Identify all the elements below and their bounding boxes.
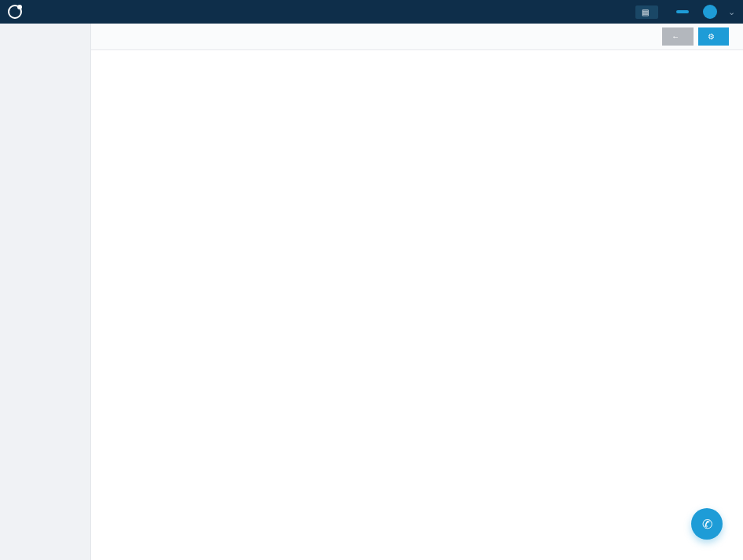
page-header: ← ⚙ [91, 24, 743, 50]
brand-logo[interactable] [8, 5, 25, 19]
balance-pill[interactable] [676, 10, 689, 13]
chevron-down-icon[interactable]: ⌄ [728, 7, 735, 17]
app-body: ← ⚙ ✆ [0, 24, 743, 560]
chat-icon: ▤ [642, 8, 649, 16]
phone-icon: ✆ [702, 517, 712, 532]
dial-fab[interactable]: ✆ [691, 508, 723, 540]
brand-icon [8, 5, 22, 19]
page-sub-header [91, 50, 743, 64]
main-panel: ← ⚙ ✆ [91, 24, 743, 560]
avatar[interactable] [703, 5, 717, 19]
sidebar [0, 24, 91, 560]
settings-button[interactable]: ⚙ [698, 27, 729, 46]
back-to-all-button[interactable]: ← [662, 27, 694, 46]
flow-canvas[interactable]: ✆ [91, 64, 743, 560]
gear-icon: ⚙ [708, 32, 715, 41]
live-chat-button[interactable]: ▤ [635, 5, 658, 19]
arrow-left-icon: ← [672, 32, 679, 41]
top-bar: ▤ ⌄ [0, 0, 743, 24]
